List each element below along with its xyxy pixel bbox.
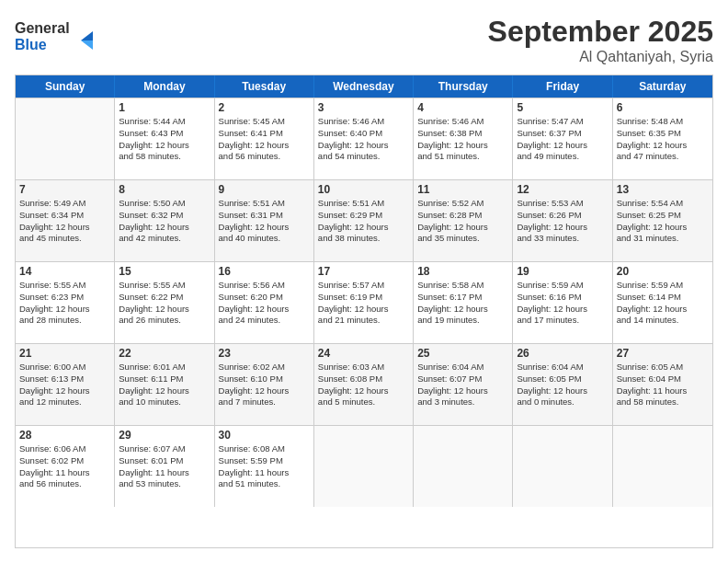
dow-monday: Monday [115,75,214,98]
calendar-cell: 8Sunrise: 5:50 AM Sunset: 6:32 PM Daylig… [115,180,214,261]
day-number: 10 [318,183,409,196]
day-number: 27 [617,347,709,360]
day-number: 2 [219,101,310,114]
day-number: 13 [617,183,709,196]
header: General Blue September 2025 Al Qahtaniya… [15,15,713,65]
calendar-cell: 10Sunrise: 5:51 AM Sunset: 6:29 PM Dayli… [314,180,414,261]
dow-saturday: Saturday [613,75,712,98]
dow-tuesday: Tuesday [215,75,314,98]
day-number: 18 [417,265,508,278]
calendar-week-2: 7Sunrise: 5:49 AM Sunset: 6:34 PM Daylig… [16,179,712,261]
calendar-cell: 27Sunrise: 6:05 AM Sunset: 6:04 PM Dayli… [613,344,712,425]
title-block: September 2025 Al Qahtaniyah, Syria [488,15,713,65]
calendar-cell: 12Sunrise: 5:53 AM Sunset: 6:26 PM Dayli… [513,180,612,261]
calendar-cell: 15Sunrise: 5:55 AM Sunset: 6:22 PM Dayli… [115,262,214,343]
calendar-cell: 22Sunrise: 6:01 AM Sunset: 6:11 PM Dayli… [115,344,214,425]
calendar-cell: 7Sunrise: 5:49 AM Sunset: 6:34 PM Daylig… [16,180,115,261]
day-number: 4 [417,101,508,114]
day-number: 30 [219,429,310,442]
day-number: 23 [219,347,310,360]
calendar-cell: 28Sunrise: 6:06 AM Sunset: 6:02 PM Dayli… [16,426,115,507]
dow-friday: Friday [513,75,612,98]
day-info: Sunrise: 5:46 AM Sunset: 6:40 PM Dayligh… [318,116,409,163]
day-number: 3 [318,101,409,114]
day-info: Sunrise: 5:54 AM Sunset: 6:25 PM Dayligh… [617,198,709,245]
calendar-cell: 2Sunrise: 5:45 AM Sunset: 6:41 PM Daylig… [215,98,314,179]
day-number: 7 [19,183,110,196]
calendar-body: 1Sunrise: 5:44 AM Sunset: 6:43 PM Daylig… [16,98,712,507]
calendar-cell: 26Sunrise: 6:04 AM Sunset: 6:05 PM Dayli… [513,344,612,425]
calendar-cell: 11Sunrise: 5:52 AM Sunset: 6:28 PM Dayli… [414,180,513,261]
calendar-cell: 3Sunrise: 5:46 AM Sunset: 6:40 PM Daylig… [314,98,414,179]
day-info: Sunrise: 6:06 AM Sunset: 6:02 PM Dayligh… [19,443,110,490]
day-info: Sunrise: 6:02 AM Sunset: 6:10 PM Dayligh… [219,362,310,408]
day-info: Sunrise: 5:59 AM Sunset: 6:16 PM Dayligh… [517,280,608,327]
dow-wednesday: Wednesday [314,75,414,98]
calendar-week-4: 21Sunrise: 6:00 AM Sunset: 6:13 PM Dayli… [16,343,712,425]
day-number: 15 [119,265,210,278]
day-number: 5 [517,101,608,114]
calendar-cell [314,426,414,507]
calendar-cell: 30Sunrise: 6:08 AM Sunset: 5:59 PM Dayli… [215,426,314,507]
calendar-title: September 2025 [488,15,713,49]
calendar-header: Sunday Monday Tuesday Wednesday Thursday… [16,75,712,98]
day-number: 17 [318,265,409,278]
day-number: 8 [119,183,210,196]
calendar-cell: 17Sunrise: 5:57 AM Sunset: 6:19 PM Dayli… [314,262,414,343]
day-info: Sunrise: 5:55 AM Sunset: 6:22 PM Dayligh… [119,280,210,327]
day-number: 28 [19,429,110,442]
day-info: Sunrise: 5:59 AM Sunset: 6:14 PM Dayligh… [617,280,709,327]
svg-text:Blue: Blue [15,37,47,52]
calendar-cell: 23Sunrise: 6:02 AM Sunset: 6:10 PM Dayli… [215,344,314,425]
calendar-cell: 29Sunrise: 6:07 AM Sunset: 6:01 PM Dayli… [115,426,214,507]
day-number: 24 [318,347,409,360]
day-info: Sunrise: 6:07 AM Sunset: 6:01 PM Dayligh… [119,443,210,490]
day-number: 29 [119,429,210,442]
calendar-cell: 9Sunrise: 5:51 AM Sunset: 6:31 PM Daylig… [215,180,314,261]
day-number: 26 [517,347,608,360]
day-number: 22 [119,347,210,360]
day-info: Sunrise: 6:04 AM Sunset: 6:05 PM Dayligh… [517,362,608,408]
day-number: 14 [19,265,110,278]
day-info: Sunrise: 6:04 AM Sunset: 6:07 PM Dayligh… [417,362,508,408]
day-info: Sunrise: 5:52 AM Sunset: 6:28 PM Dayligh… [417,198,508,245]
svg-marker-2 [81,31,93,40]
calendar-cell: 25Sunrise: 6:04 AM Sunset: 6:07 PM Dayli… [414,344,513,425]
day-info: Sunrise: 5:47 AM Sunset: 6:37 PM Dayligh… [517,116,608,163]
day-number: 19 [517,265,608,278]
calendar-cell: 21Sunrise: 6:00 AM Sunset: 6:13 PM Dayli… [16,344,115,425]
dow-sunday: Sunday [16,75,115,98]
calendar-cell: 20Sunrise: 5:59 AM Sunset: 6:14 PM Dayli… [613,262,712,343]
calendar-cell: 5Sunrise: 5:47 AM Sunset: 6:37 PM Daylig… [513,98,612,179]
day-number: 11 [417,183,508,196]
day-number: 6 [617,101,709,114]
day-info: Sunrise: 6:03 AM Sunset: 6:08 PM Dayligh… [318,362,409,408]
calendar-cell: 18Sunrise: 5:58 AM Sunset: 6:17 PM Dayli… [414,262,513,343]
calendar-week-3: 14Sunrise: 5:55 AM Sunset: 6:23 PM Dayli… [16,261,712,343]
logo-text: General Blue [15,15,107,60]
day-number: 25 [417,347,508,360]
calendar-cell: 14Sunrise: 5:55 AM Sunset: 6:23 PM Dayli… [16,262,115,343]
calendar-cell: 4Sunrise: 5:46 AM Sunset: 6:38 PM Daylig… [414,98,513,179]
calendar-cell [513,426,612,507]
page: General Blue September 2025 Al Qahtaniya… [0,0,728,563]
calendar-cell: 19Sunrise: 5:59 AM Sunset: 6:16 PM Dayli… [513,262,612,343]
day-info: Sunrise: 5:51 AM Sunset: 6:31 PM Dayligh… [219,198,310,245]
calendar-cell [414,426,513,507]
calendar-cell: 16Sunrise: 5:56 AM Sunset: 6:20 PM Dayli… [215,262,314,343]
day-number: 20 [617,265,709,278]
day-info: Sunrise: 5:55 AM Sunset: 6:23 PM Dayligh… [19,280,110,327]
calendar-week-5: 28Sunrise: 6:06 AM Sunset: 6:02 PM Dayli… [16,425,712,507]
day-info: Sunrise: 5:48 AM Sunset: 6:35 PM Dayligh… [617,116,709,163]
day-info: Sunrise: 5:56 AM Sunset: 6:20 PM Dayligh… [219,280,310,327]
svg-marker-3 [81,40,93,50]
day-info: Sunrise: 6:01 AM Sunset: 6:11 PM Dayligh… [119,362,210,408]
day-number: 1 [119,101,210,114]
day-info: Sunrise: 6:05 AM Sunset: 6:04 PM Dayligh… [617,362,709,408]
day-number: 12 [517,183,608,196]
calendar-cell [16,98,115,179]
calendar-week-1: 1Sunrise: 5:44 AM Sunset: 6:43 PM Daylig… [16,98,712,179]
calendar-cell: 1Sunrise: 5:44 AM Sunset: 6:43 PM Daylig… [115,98,214,179]
day-info: Sunrise: 5:53 AM Sunset: 6:26 PM Dayligh… [517,198,608,245]
svg-text:General: General [15,20,70,36]
